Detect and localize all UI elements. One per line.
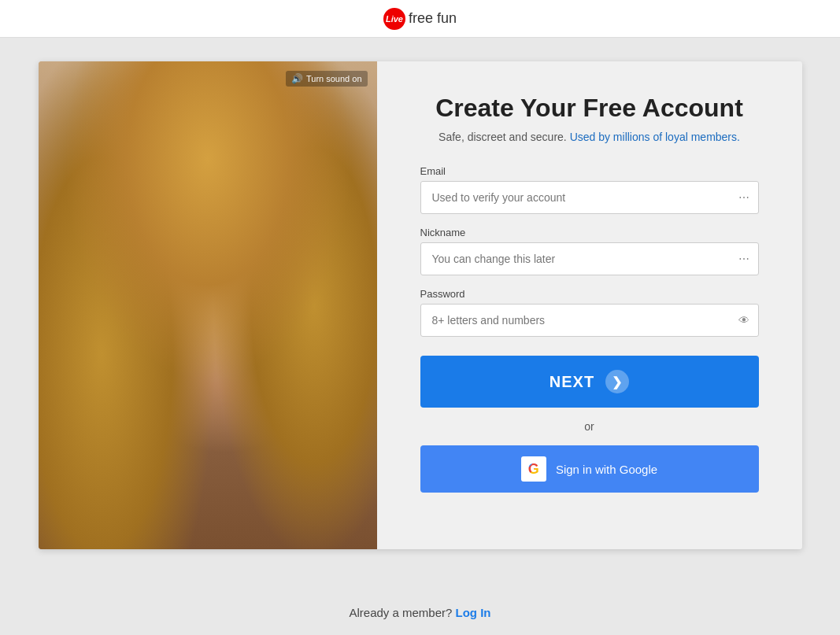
next-arrow-icon: ❯ [605, 370, 629, 393]
next-button[interactable]: NEXT ❯ [420, 356, 759, 408]
email-group: Email ⋯ [420, 165, 759, 214]
logo-text: free fun [409, 10, 457, 27]
nickname-input-wrapper: ⋯ [420, 242, 759, 275]
nickname-group: Nickname ⋯ [420, 227, 759, 275]
password-group: Password 👁 [420, 288, 759, 337]
password-visibility-icon[interactable]: 👁 [738, 314, 749, 327]
email-label: Email [420, 165, 759, 177]
sound-icon: 🔊 [291, 73, 303, 84]
form-panel: Create Your Free Account Safe, discreet … [377, 61, 802, 549]
email-icon: ⋯ [738, 191, 749, 204]
google-signin-button[interactable]: G Sign in with Google [420, 445, 759, 493]
password-input-wrapper: 👁 [420, 304, 759, 337]
password-input[interactable] [420, 304, 759, 337]
nickname-input[interactable] [420, 242, 759, 275]
already-member-text: Already a member? [349, 606, 452, 619]
google-icon-box: G [521, 456, 546, 482]
image-panel: 🔊 Turn sound on [39, 61, 377, 549]
subtitle-highlight: Used by millions of loyal members. [570, 131, 740, 143]
nickname-label: Nickname [420, 227, 759, 238]
form-title: Create Your Free Account [435, 93, 743, 123]
portrait-hair [39, 61, 377, 549]
form-subtitle: Safe, discreet and secure. Used by milli… [439, 131, 740, 143]
email-input[interactable] [420, 181, 759, 214]
site-header: Live free fun [0, 0, 840, 38]
or-divider: or [584, 420, 594, 433]
login-link[interactable]: Log In [456, 606, 491, 619]
next-button-label: NEXT [550, 373, 594, 391]
logo-icon: Live [383, 8, 405, 30]
password-label: Password [420, 288, 759, 300]
email-input-wrapper: ⋯ [420, 181, 759, 214]
subtitle-plain: Safe, discreet and secure. [439, 131, 567, 143]
footer: Already a member? Log In [0, 590, 840, 635]
turn-sound-button[interactable]: 🔊 Turn sound on [286, 71, 368, 87]
main-content: 🔊 Turn sound on Create Your Free Account… [0, 38, 840, 590]
nickname-icon: ⋯ [738, 253, 749, 265]
google-g-icon: G [528, 461, 539, 478]
turn-sound-label: Turn sound on [306, 74, 362, 83]
logo: Live free fun [383, 8, 457, 30]
google-button-label: Sign in with Google [556, 463, 657, 476]
registration-card: 🔊 Turn sound on Create Your Free Account… [39, 61, 802, 549]
